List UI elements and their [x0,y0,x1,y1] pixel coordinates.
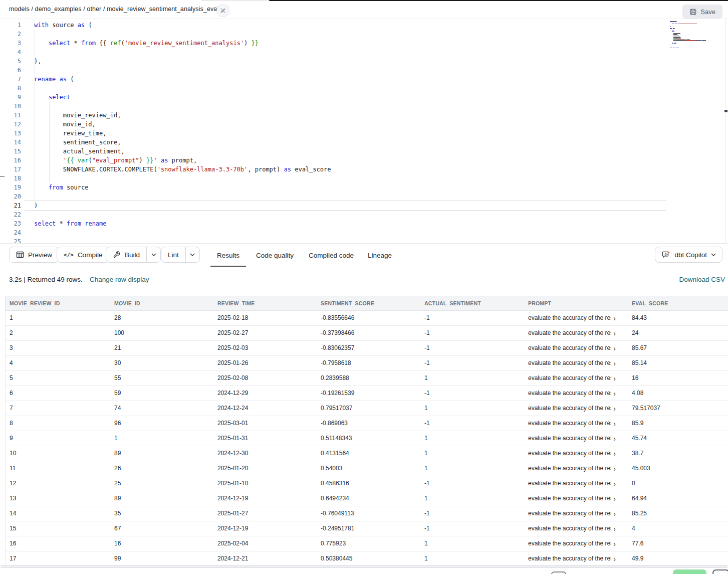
tab-code-quality[interactable]: Code quality [250,244,300,267]
code-line: sentiment_score, [34,138,331,147]
tab-results[interactable]: Results [210,244,246,267]
table-cell: 1 [6,311,110,325]
table-row: 6592024-12-29-0.19261539-1evaluate the a… [6,386,728,401]
table-cell: 2025-03-01 [213,416,317,431]
prompt-preview: evaluate the accuracy of the res… [528,341,611,355]
prompt-preview: evaluate the accuracy of the res… [528,326,611,340]
tab-lineage[interactable]: Lineage [361,244,398,267]
table-cell: 1 [110,431,213,446]
expand-prompt-chevron-icon[interactable]: › [613,465,616,472]
expand-prompt-chevron-icon[interactable]: › [613,495,616,502]
editor-scrollbar-track[interactable] [725,19,726,243]
code-line [34,192,331,201]
expand-prompt-chevron-icon[interactable]: › [613,555,616,562]
expand-prompt-chevron-icon[interactable]: › [613,450,616,457]
expand-prompt-chevron-icon[interactable]: › [613,510,616,517]
column-header-movie_review_id[interactable]: MOVIE_REVIEW_ID [6,296,110,310]
table-cell: 1 [420,446,524,461]
table-cell: 2024-12-19 [213,521,317,536]
table-cell: 9 [6,431,110,446]
editor-scrollbar-thumb[interactable] [724,110,727,112]
prompt-preview: evaluate the accuracy of the res… [528,551,611,566]
eval-score-cell: 64.94 [628,491,728,506]
code-line: movie_review_id, [34,111,331,120]
results-status-bar: 3.2s | Returned 49 rows. Change row disp… [0,267,728,293]
expand-prompt-chevron-icon[interactable]: › [613,405,616,412]
save-floppy-icon [689,8,697,16]
column-header-sentiment_score[interactable]: SENTIMENT_SCORE [317,296,420,310]
breadcrumb[interactable]: models / demo_examples / other / movie_r… [9,6,228,13]
panel-resize-handle[interactable] [0,176,5,177]
dbt-copilot-button[interactable]: dbt Copilot [655,247,722,263]
tab-compiled-code[interactable]: Compiled code [302,244,360,267]
prompt-cell: evaluate the accuracy of the res…› [524,491,628,506]
table-cell: 2025-02-27 [213,326,317,340]
eval-score-cell: 85.25 [628,506,728,521]
minimap[interactable] [670,21,716,51]
expand-prompt-chevron-icon[interactable]: › [613,315,616,322]
table-cell: 3 [6,341,110,355]
column-header-review_time[interactable]: REVIEW_TIME [213,296,317,310]
expand-prompt-chevron-icon[interactable]: › [613,360,616,367]
change-row-display-link[interactable]: Change row display [90,276,149,283]
table-row: 13892024-12-190.64942341evaluate the acc… [6,491,728,506]
gutter-line-number: 24 [0,228,21,237]
table-cell: 1 [420,536,524,551]
copilot-chat-sparkle-icon [661,251,670,259]
column-header-movie_id[interactable]: MOVIE_ID [110,296,213,310]
cutoff-outline-button[interactable] [712,569,728,574]
table-cell: 74 [110,401,213,416]
gutter-line-number: 19 [0,183,21,192]
expand-prompt-chevron-icon[interactable]: › [613,540,616,547]
read-only-pencil-icon[interactable] [216,4,229,17]
table-cell: 2024-12-19 [213,491,317,506]
table-row: 8962025-03-01-0.869063-1evaluate the acc… [6,416,728,431]
prompt-preview: evaluate the accuracy of the res… [528,416,611,431]
save-button[interactable]: Save [682,5,722,19]
eval-score-cell: 38.7 [628,446,728,461]
column-header-actual_sentiment[interactable]: ACTUAL_SENTIMENT [420,296,524,310]
table-row: 3212025-02-03-0.83062357-1evaluate the a… [6,341,728,356]
action-toolbar: Preview </> Compile Build [0,243,728,267]
table-cell: 2025-01-31 [213,431,317,446]
column-header-prompt[interactable]: PROMPT [524,296,628,310]
prompt-preview: evaluate the accuracy of the res… [528,356,611,370]
gutter-line-number: 8 [0,84,21,93]
table-cell: -1 [420,356,524,370]
horizontal-scrollbar[interactable] [1,565,727,568]
code-line [34,210,331,219]
sql-code-editor[interactable]: 1234567891011121314151617181920212223242… [0,19,728,243]
code-line [34,66,331,75]
expand-prompt-chevron-icon[interactable]: › [613,390,616,397]
expand-prompt-chevron-icon[interactable]: › [613,330,616,337]
table-cell: -1 [420,416,524,431]
save-button-label: Save [700,8,715,16]
expand-prompt-chevron-icon[interactable]: › [613,435,616,442]
table-cell: 0.54003 [317,461,420,476]
cutoff-button[interactable] [551,571,566,574]
table-cell: -1 [420,311,524,325]
prompt-preview: evaluate the accuracy of the res… [528,386,611,401]
code-line: select * from {{ ref('movie_review_senti… [34,39,331,48]
expand-prompt-chevron-icon[interactable]: › [613,375,616,382]
code-line: ) [34,201,331,210]
download-csv-link[interactable]: Download CSV [679,276,725,283]
expand-prompt-chevron-icon[interactable]: › [613,420,616,427]
cutoff-green-button[interactable] [673,569,706,574]
prompt-cell: evaluate the accuracy of the res…› [524,551,628,566]
table-cell: 16 [6,536,110,551]
table-cell: -1 [420,521,524,536]
gutter-line-number: 10 [0,102,21,111]
expand-prompt-chevron-icon[interactable]: › [613,525,616,532]
copilot-button-label: dbt Copilot [674,251,707,259]
table-row: 912025-01-310.511483431evaluate the accu… [6,431,728,446]
prompt-cell: evaluate the accuracy of the res…› [524,416,628,431]
gutter-line-number: 14 [0,138,21,147]
code-line: SNOWFLAKE.CORTEX.COMPLETE('snowflake-lla… [34,165,331,174]
prompt-preview: evaluate the accuracy of the res… [528,401,611,416]
code-line: select * from rename [34,219,331,228]
gutter-line-number: 13 [0,129,21,138]
expand-prompt-chevron-icon[interactable]: › [613,480,616,487]
column-header-eval_score[interactable]: EVAL_SCORE [628,296,728,310]
expand-prompt-chevron-icon[interactable]: › [613,345,616,352]
